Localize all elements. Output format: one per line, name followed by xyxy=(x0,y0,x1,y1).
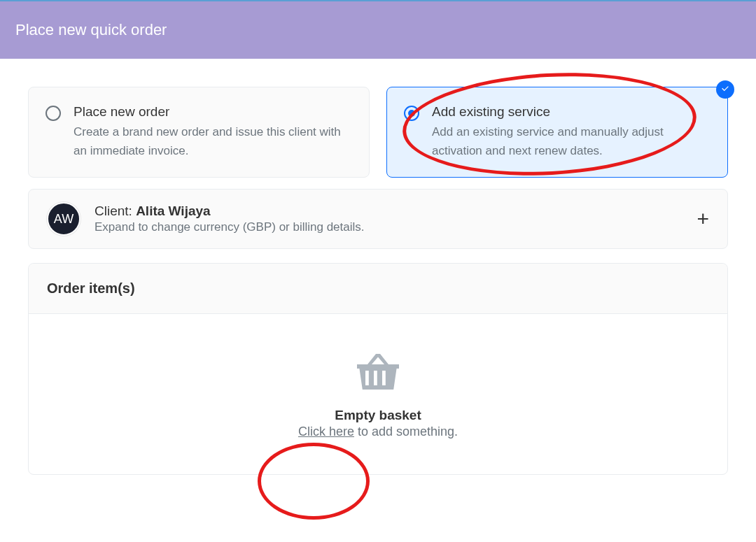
avatar-initials: AW xyxy=(54,212,74,227)
empty-basket-description: Click here to add something. xyxy=(47,425,709,439)
add-existing-service-card[interactable]: Add existing service Add an existing ser… xyxy=(386,87,728,178)
option-description: Add an existing service and manually adj… xyxy=(432,122,710,160)
client-panel[interactable]: AW Client: Alita Wijaya Expand to change… xyxy=(28,189,728,249)
order-items-section: Order item(s) Empty basket Click he xyxy=(28,263,728,475)
order-items-heading: Order item(s) xyxy=(29,264,727,314)
basket-icon xyxy=(47,349,709,395)
client-hint: Expand to change currency (GBP) or billi… xyxy=(94,220,365,234)
place-new-order-card[interactable]: Place new order Create a brand new order… xyxy=(28,87,370,178)
radio-checked-icon xyxy=(404,106,419,121)
order-type-options: Place new order Create a brand new order… xyxy=(28,87,728,178)
main-content: Place new order Create a brand new order… xyxy=(0,59,756,531)
option-description: Create a brand new order and issue this … xyxy=(74,122,352,160)
client-name-line: Client: Alita Wijaya xyxy=(94,204,365,219)
page-title: Place new quick order xyxy=(15,21,167,38)
order-items-body: Empty basket Click here to add something… xyxy=(29,314,727,474)
option-text: Add existing service Add an existing ser… xyxy=(432,104,710,160)
check-badge-icon xyxy=(716,80,734,99)
click-here-link[interactable]: Click here xyxy=(298,425,354,438)
avatar: AW xyxy=(47,202,80,236)
expand-button[interactable]: + xyxy=(696,207,709,231)
page-header: Place new quick order xyxy=(0,1,756,59)
empty-basket-title: Empty basket xyxy=(47,408,709,423)
empty-suffix: to add something. xyxy=(354,425,458,438)
client-name: Alita Wijaya xyxy=(136,204,210,218)
option-title: Place new order xyxy=(74,104,352,120)
option-text: Place new order Create a brand new order… xyxy=(74,104,352,160)
option-title: Add existing service xyxy=(432,104,710,120)
plus-icon: + xyxy=(696,207,709,230)
radio-unchecked-icon xyxy=(46,106,61,121)
client-label: Client: xyxy=(94,204,136,218)
client-info: Client: Alita Wijaya Expand to change cu… xyxy=(94,204,365,234)
